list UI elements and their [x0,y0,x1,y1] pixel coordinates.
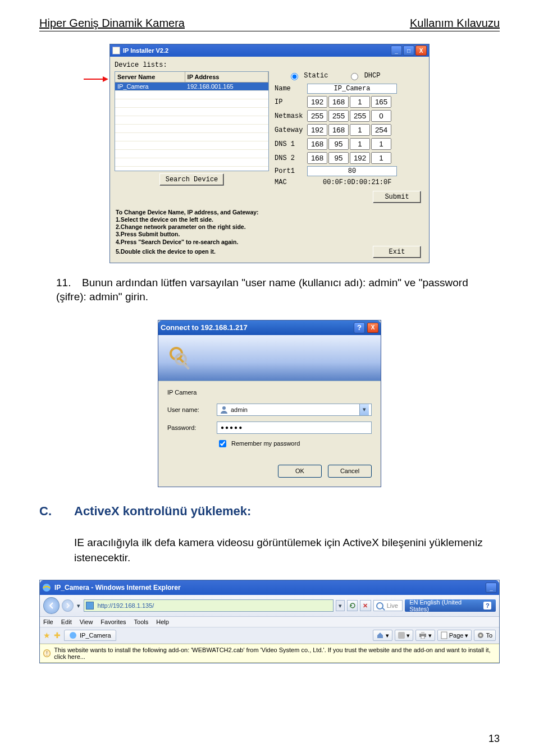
d2-oct1[interactable] [307,152,327,164]
menu-file[interactable]: File [43,618,53,625]
menu-view[interactable]: View [80,618,93,625]
info-icon: ! [43,649,51,657]
svg-rect-12 [421,636,424,639]
menu-help[interactable]: Help [156,618,169,625]
address-bar[interactable] [84,599,334,612]
ip-installer-window: IP Installer V2.2 _ □ X Device lists: Se… [109,44,430,263]
device-table[interactable]: Server Name IP Address IP_Camera 192.168… [115,71,269,171]
forward-button[interactable] [62,599,74,612]
cell-ip: 192.168.001.165 [185,82,268,90]
table-row[interactable] [115,90,268,99]
help-button[interactable]: ? [354,322,365,333]
port-input[interactable] [307,166,397,176]
favorites-star-icon[interactable]: ★ [43,631,51,640]
menu-tools[interactable]: Tools [134,618,149,625]
mac-value: 00:0F:0D:00:21:0F [323,178,391,186]
cancel-button[interactable]: Cancel [328,465,372,478]
d1-oct4[interactable] [371,138,391,150]
add-favorite-icon[interactable]: ✚ [54,631,61,640]
d1-oct1[interactable] [307,138,327,150]
activex-infobar[interactable]: ! This website wants to install the foll… [40,644,499,663]
ip-oct4[interactable] [371,96,391,108]
gw-oct1[interactable] [307,124,327,136]
user-icon [220,405,229,414]
ip-oct3[interactable] [350,96,370,108]
refresh-button[interactable] [347,600,358,611]
d2-oct3[interactable] [350,152,370,164]
language-indicator[interactable]: EN English (United States) ? [405,599,496,612]
auth-title: Connect to 192.168.1.217 [161,323,248,332]
page-icon [86,602,94,610]
ip-oct1[interactable] [307,96,327,108]
table-row[interactable] [115,149,268,158]
browser-tab[interactable]: IP_Camera [64,630,116,641]
username-value: admin [231,406,359,413]
instr-line: 2.Change network parameter on the right … [116,223,423,231]
ok-button[interactable]: OK [278,465,322,478]
gw-oct2[interactable] [328,124,349,136]
table-row[interactable] [115,132,268,141]
col-server-name[interactable]: Server Name [115,72,185,82]
page-menu-button[interactable]: Page▾ [437,630,472,641]
exit-button[interactable]: Exit [373,246,421,258]
page-icon [441,631,447,639]
nm-oct2[interactable] [328,110,349,122]
arrow-left-icon [48,602,56,610]
cell-server: IP_Camera [115,82,185,90]
maximize-button[interactable]: □ [403,45,414,56]
menu-bar: File Edit View Favorites Tools Help [40,617,499,627]
table-row[interactable] [115,99,268,107]
d2-oct4[interactable] [371,152,391,164]
table-row[interactable] [115,116,268,124]
nm-oct1[interactable] [307,110,327,122]
search-box[interactable]: Live [373,600,403,611]
col-ip-address[interactable]: IP Address [185,72,268,82]
radio-dhcp[interactable]: DHCP [348,72,380,80]
table-row[interactable] [115,158,268,166]
feeds-button[interactable]: ▾ [395,630,413,641]
search-device-button[interactable]: Search Device [159,173,225,186]
gateway-label: Gateway [275,126,307,134]
table-row[interactable]: IP_Camera 192.168.001.165 [115,82,268,90]
nm-oct3[interactable] [350,110,370,122]
stop-button[interactable]: ✕ [360,600,371,611]
ie-minimize[interactable]: _ [486,583,497,593]
ip-oct2[interactable] [328,96,349,108]
auth-realm: IP Camera [167,389,372,396]
table-row[interactable] [115,141,268,149]
radio-static[interactable]: Static [288,72,328,80]
table-row[interactable] [115,107,268,116]
table-row[interactable] [115,124,268,132]
nav-dropdown-icon[interactable]: ▾ [77,602,80,610]
home-button[interactable]: ▾ [373,630,392,641]
dns2-label: DNS 2 [275,154,307,162]
remember-checkbox[interactable] [219,440,226,447]
auth-close-button[interactable]: X [367,323,378,333]
username-combo[interactable]: admin ▾ [217,404,372,416]
chevron-down-icon[interactable]: ▾ [359,404,369,415]
name-input[interactable] [307,84,397,94]
submit-button[interactable]: Submit [373,191,421,203]
gw-oct3[interactable] [350,124,370,136]
svg-rect-11 [421,632,424,634]
nm-oct4[interactable] [371,110,391,122]
d2-oct2[interactable] [328,152,349,164]
menu-edit[interactable]: Edit [61,618,72,625]
address-dropdown[interactable]: ▾ [336,600,345,611]
ie-titlebar: IP_Camera - Windows Internet Explorer _ [40,580,499,595]
url-input[interactable] [96,602,331,610]
minimize-button[interactable]: _ [391,45,402,56]
d1-oct3[interactable] [350,138,370,150]
d1-oct2[interactable] [328,138,349,150]
instr-line: 5.Double click the device to open it. [116,248,216,255]
tab-toolbar: ★ ✚ IP_Camera ▾ ▾ ▾ Page▾ To [40,627,499,644]
back-button[interactable] [43,597,60,614]
print-button[interactable]: ▾ [415,630,435,641]
password-input[interactable]: ●●●●● [217,421,372,434]
menu-favorites[interactable]: Favorites [101,618,126,625]
username-label: User name: [167,406,217,413]
close-button[interactable]: X [415,45,427,56]
tools-menu-button[interactable]: To [474,630,496,641]
gw-oct4[interactable] [371,124,391,136]
name-label: Name [275,85,307,93]
